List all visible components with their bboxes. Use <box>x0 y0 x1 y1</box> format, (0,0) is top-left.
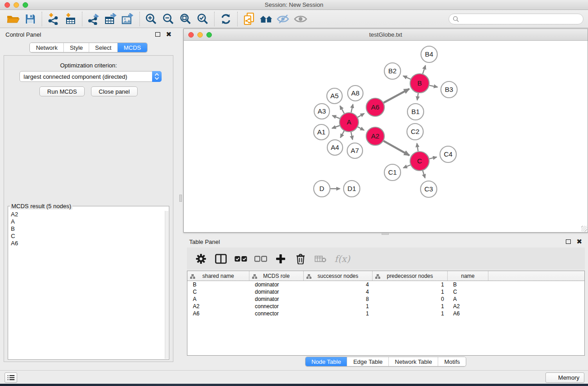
column-header-predecessor-nodes[interactable]: predecessor nodes <box>373 271 448 281</box>
table-cell[interactable]: A6 <box>187 310 249 317</box>
table-cell[interactable]: B <box>448 281 488 288</box>
task-history-button[interactable] <box>5 372 17 383</box>
table-cell[interactable]: dominator <box>249 295 304 303</box>
mcds-result-item[interactable]: C <box>9 233 165 240</box>
table-cell[interactable]: B <box>187 281 249 288</box>
zoom-network-button[interactable] <box>206 32 212 38</box>
table-cell[interactable]: A2 <box>187 303 249 310</box>
graph-edge-B-B4[interactable] <box>423 66 425 74</box>
table-row[interactable]: Bdominator41B <box>187 281 584 288</box>
table-cell[interactable]: 4 <box>304 288 373 295</box>
zoom-selected-icon[interactable] <box>194 11 211 27</box>
scrollbar[interactable] <box>165 211 168 359</box>
graph-edge-A-A5[interactable] <box>340 106 344 114</box>
table-cell[interactable]: 1 <box>373 288 448 295</box>
table-cell[interactable]: 1 <box>304 303 373 310</box>
graph-edge-C-C4[interactable] <box>429 157 436 159</box>
graph-edge-B-B1[interactable] <box>417 93 418 100</box>
network-canvas[interactable]: B4B2BB3A5A8A6B1A3AC2A1A2A4A7C4CC1C3DD1 <box>184 41 588 232</box>
tab-node-table[interactable]: Node Table <box>306 357 347 366</box>
tab-motifs[interactable]: Motifs <box>438 357 466 366</box>
tab-mcds[interactable]: MCDS <box>117 43 147 52</box>
graph-edge-A2-C[interactable] <box>383 141 409 155</box>
minimize-network-button[interactable] <box>197 32 203 38</box>
table-row[interactable]: Adominator80A <box>187 295 584 303</box>
split-divider-handle[interactable] <box>179 195 182 202</box>
mcds-result-item[interactable]: A <box>9 218 165 225</box>
search-input[interactable] <box>461 14 583 24</box>
zoom-out-icon[interactable] <box>160 11 177 27</box>
table-cell[interactable]: 0 <box>373 295 448 303</box>
select-all-columns-icon[interactable] <box>234 252 248 266</box>
delete-columns-icon[interactable] <box>294 252 307 266</box>
add-column-icon[interactable] <box>274 252 287 266</box>
mcds-result-item[interactable]: A6 <box>9 240 165 247</box>
table-cell[interactable]: connector <box>249 310 304 317</box>
graph-edge-A-A6[interactable] <box>358 114 364 117</box>
home-view-icon[interactable] <box>258 11 275 27</box>
table-cell[interactable]: 1 <box>304 310 373 317</box>
close-panel-icon[interactable]: ✖ <box>166 32 172 37</box>
table-cell[interactable]: 4 <box>304 281 373 288</box>
save-session-icon[interactable] <box>22 11 39 27</box>
open-session-icon[interactable] <box>5 11 22 27</box>
show-all-icon[interactable] <box>292 11 309 27</box>
column-view-icon[interactable] <box>214 252 228 266</box>
table-cell[interactable]: connector <box>249 303 304 310</box>
close-panel-button[interactable]: Close panel <box>91 86 138 96</box>
table-cell[interactable]: 1 <box>373 310 448 317</box>
table-row[interactable]: A2connector11A2 <box>187 303 584 310</box>
tab-network[interactable]: Network <box>30 43 63 52</box>
table-cell[interactable]: dominator <box>249 281 304 288</box>
table-cell[interactable]: dominator <box>249 288 304 295</box>
column-header-MCDS-role[interactable]: MCDS role <box>249 271 304 281</box>
deselect-all-columns-icon[interactable] <box>254 252 268 266</box>
table-cell[interactable]: A <box>187 295 249 303</box>
table-row[interactable]: A6connector11A6 <box>187 310 584 317</box>
tab-style[interactable]: Style <box>63 43 89 52</box>
float-panel-icon[interactable] <box>566 239 571 244</box>
close-network-button[interactable] <box>188 32 194 38</box>
graph-edge-A-A7[interactable] <box>351 132 353 140</box>
criterion-dropdown[interactable]: largest connected component (directed) <box>19 71 162 82</box>
graph-edge-C-C3[interactable] <box>423 171 425 178</box>
export-network-icon[interactable] <box>85 11 102 27</box>
export-image-icon[interactable] <box>120 11 137 27</box>
minimize-window-button[interactable] <box>14 2 19 8</box>
close-window-button[interactable] <box>5 2 10 8</box>
table-row[interactable]: Cdominator41C <box>187 288 584 295</box>
graph-edge-A-A8[interactable] <box>351 104 353 112</box>
graph-edge-A-A3[interactable] <box>332 115 339 118</box>
graph-edge-C-C1[interactable] <box>403 165 411 168</box>
search-field[interactable] <box>449 14 583 24</box>
graph-edge-B-B2[interactable] <box>403 76 411 79</box>
run-mcds-button[interactable]: Run MCDS <box>39 86 85 96</box>
table-cell[interactable]: 1 <box>373 303 448 310</box>
hide-selected-icon[interactable] <box>275 11 292 27</box>
tab-edge-table[interactable]: Edge Table <box>347 357 388 366</box>
settings-gear-icon[interactable] <box>194 252 208 266</box>
tab-select[interactable]: Select <box>89 43 117 52</box>
graph-edge-C-C2[interactable] <box>417 143 418 152</box>
table-cell[interactable]: A6 <box>448 310 488 317</box>
table-cell[interactable]: 8 <box>304 295 373 303</box>
refresh-icon[interactable] <box>217 11 234 27</box>
graph-edge-A-A2[interactable] <box>358 127 364 130</box>
import-table-icon[interactable] <box>62 11 79 27</box>
import-network-icon[interactable] <box>45 11 62 27</box>
graph-edge-A6-B[interactable] <box>384 89 410 103</box>
table-cell[interactable]: A <box>448 295 488 303</box>
zoom-window-button[interactable] <box>23 2 28 8</box>
table-cell[interactable]: 1 <box>373 281 448 288</box>
table-cell[interactable]: C <box>187 288 249 295</box>
graph-edge-A-A4[interactable] <box>340 131 344 138</box>
network-from-file-icon[interactable] <box>240 11 258 27</box>
mcds-result-item[interactable]: A2 <box>9 211 165 218</box>
zoom-in-icon[interactable] <box>143 11 160 27</box>
function-builder-icon[interactable]: f(x) <box>334 253 350 264</box>
column-header-successor-nodes[interactable]: successor nodes <box>304 271 373 281</box>
resize-grip-icon[interactable] <box>581 226 587 232</box>
split-divider-handle[interactable] <box>382 233 389 235</box>
zoom-fit-icon[interactable] <box>177 11 194 27</box>
table-cell[interactable]: C <box>448 288 488 295</box>
